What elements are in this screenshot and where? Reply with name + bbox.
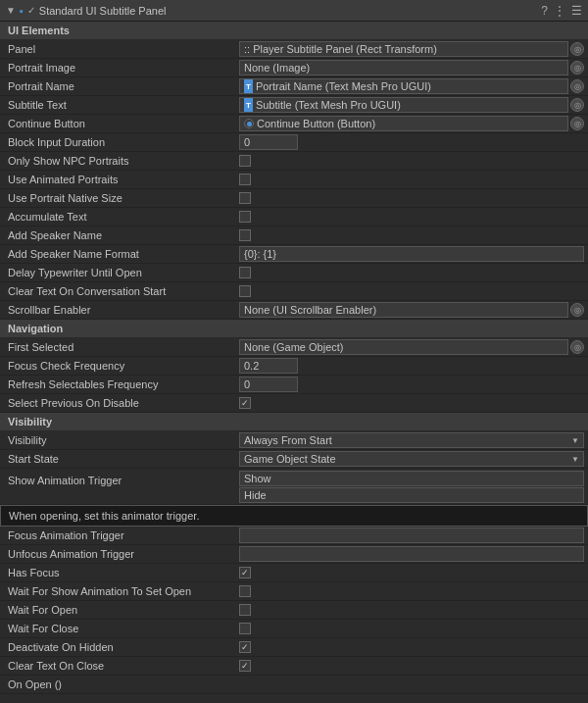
label-panel: Panel	[0, 41, 235, 57]
show-animation-hide-field[interactable]: Hide	[239, 487, 584, 503]
start-state-dropdown[interactable]: Game Object State ▼	[239, 451, 584, 467]
label-has-focus: Has Focus	[0, 565, 235, 580]
row-only-show-npc-portraits: Only Show NPC Portraits	[0, 152, 588, 171]
subtitle-text-field[interactable]: T Subtitle (Text Mesh Pro UGUI)	[239, 97, 568, 113]
clear-text-on-close-checkbox[interactable]: ✓	[239, 660, 251, 672]
label-on-open: On Open ()	[0, 677, 235, 692]
first-selected-field[interactable]: None (Game Object)	[239, 339, 568, 355]
label-select-previous-on-disable: Select Previous On Disable	[0, 395, 235, 411]
row-subtitle-text: Subtitle Text T Subtitle (Text Mesh Pro …	[0, 96, 588, 115]
show-animation-show-field[interactable]: Show	[239, 471, 584, 486]
label-wait-for-close: Wait For Close	[0, 621, 235, 636]
label-continue-button: Continue Button	[0, 116, 235, 131]
label-focus-animation-trigger: Focus Animation Trigger	[0, 527, 235, 543]
script-icon: ▪	[20, 5, 24, 17]
value-show-animation-trigger: Show Hide	[235, 471, 588, 503]
wait-for-show-animation-to-set-open-checkbox[interactable]	[239, 585, 251, 597]
visibility-dropdown-value: Always From Start	[244, 434, 332, 446]
row-has-focus: Has Focus ✓	[0, 564, 588, 582]
continue-button-radio[interactable]	[244, 119, 254, 128]
label-wait-for-open: Wait For Open	[0, 602, 235, 618]
help-icon[interactable]: ?	[541, 4, 548, 18]
clear-text-on-conversation-start-checkbox[interactable]	[239, 285, 251, 297]
use-animated-portraits-checkbox[interactable]	[239, 174, 251, 185]
row-on-open: On Open ()	[0, 676, 588, 694]
menu-icon[interactable]: ☰	[571, 4, 582, 18]
visibility-dropdown-arrow: ▼	[571, 436, 579, 445]
portrait-image-field[interactable]: None (Image)	[239, 60, 568, 75]
value-clear-text-on-conversation-start	[235, 285, 588, 297]
scrollbar-enabler-select-btn[interactable]: ◎	[570, 303, 584, 317]
wait-for-close-checkbox[interactable]	[239, 623, 251, 634]
label-block-input-duration: Block Input Duration	[0, 134, 235, 150]
label-clear-text-on-close: Clear Text On Close	[0, 658, 235, 674]
focus-animation-trigger-field[interactable]	[239, 527, 584, 543]
scrollbar-enabler-field[interactable]: None (UI Scrollbar Enabler)	[239, 302, 568, 318]
portrait-name-text: Portrait Name (Text Mesh Pro UGUI)	[256, 80, 431, 92]
title-bar-icons: ▼ ▪ ✓	[6, 5, 35, 17]
row-scrollbar-enabler: Scrollbar Enabler None (UI Scrollbar Ena…	[0, 301, 588, 320]
use-portrait-native-size-checkbox[interactable]	[239, 192, 251, 204]
continue-button-text: Continue Button (Button)	[257, 118, 375, 129]
visibility-dropdown[interactable]: Always From Start ▼	[239, 432, 584, 448]
portrait-name-field[interactable]: T Portrait Name (Text Mesh Pro UGUI)	[239, 78, 568, 94]
row-visibility: Visibility Always From Start ▼	[0, 431, 588, 450]
panel-field[interactable]: :: Player Subtitle Panel (Rect Transform…	[239, 41, 568, 57]
block-input-duration-field[interactable]: 0	[239, 134, 298, 150]
row-add-speaker-name-format: Add Speaker Name Format {0}: {1}	[0, 245, 588, 264]
value-portrait-name: T Portrait Name (Text Mesh Pro UGUI) ◎	[235, 78, 588, 94]
value-first-selected: None (Game Object) ◎	[235, 339, 588, 355]
continue-button-select-btn[interactable]: ◎	[570, 117, 584, 130]
value-start-state: Game Object State ▼	[235, 451, 588, 467]
first-selected-select-btn[interactable]: ◎	[570, 340, 584, 354]
label-start-state: Start State	[0, 451, 235, 467]
row-portrait-name: Portrait Name T Portrait Name (Text Mesh…	[0, 77, 588, 96]
subtitle-text-select-btn[interactable]: ◎	[570, 98, 584, 112]
label-show-animation-trigger: Show Animation Trigger	[0, 471, 235, 488]
accumulate-text-checkbox[interactable]	[239, 211, 251, 223]
has-focus-checkbox[interactable]: ✓	[239, 567, 251, 578]
wait-for-open-checkbox[interactable]	[239, 604, 251, 616]
label-use-portrait-native-size: Use Portrait Native Size	[0, 190, 235, 206]
delay-typewriter-until-open-checkbox[interactable]	[239, 267, 251, 278]
value-block-input-duration: 0	[235, 134, 588, 150]
add-speaker-name-checkbox[interactable]	[239, 229, 251, 241]
value-deactivate-on-hidden: ✓	[235, 641, 588, 653]
continue-button-field[interactable]: Continue Button (Button)	[239, 116, 568, 131]
row-panel: Panel :: Player Subtitle Panel (Rect Tra…	[0, 40, 588, 59]
window-title: Standard UI Subtitle Panel	[39, 5, 542, 17]
value-wait-for-open	[235, 604, 588, 616]
deactivate-on-hidden-checkbox[interactable]: ✓	[239, 641, 251, 653]
title-bar-actions: ? ⋮ ☰	[541, 4, 582, 18]
label-accumulate-text: Accumulate Text	[0, 209, 235, 225]
add-speaker-name-format-field[interactable]: {0}: {1}	[239, 246, 584, 262]
label-add-speaker-name-format: Add Speaker Name Format	[0, 246, 235, 262]
collapse-icon[interactable]: ▼	[6, 5, 16, 16]
value-focus-check-frequency: 0.2	[235, 358, 588, 374]
focus-check-frequency-field[interactable]: 0.2	[239, 358, 298, 374]
refresh-selectables-frequency-field[interactable]: 0	[239, 377, 298, 392]
label-only-show-npc-portraits: Only Show NPC Portraits	[0, 153, 235, 169]
checkbox-icon[interactable]: ✓	[27, 5, 35, 16]
subtitle-text-icon: T	[244, 98, 253, 112]
subtitle-text-value: Subtitle (Text Mesh Pro UGUI)	[256, 99, 401, 111]
value-has-focus: ✓	[235, 567, 588, 578]
only-show-npc-portraits-checkbox[interactable]	[239, 155, 251, 167]
portrait-image-select-btn[interactable]: ◎	[570, 61, 584, 75]
unfocus-animation-trigger-field[interactable]	[239, 546, 584, 562]
row-wait-for-close: Wait For Close	[0, 620, 588, 638]
row-delay-typewriter-until-open: Delay Typewriter Until Open	[0, 264, 588, 282]
settings-icon[interactable]: ⋮	[554, 4, 565, 18]
row-continue-button: Continue Button Continue Button (Button)…	[0, 115, 588, 133]
panel-select-btn[interactable]: ◎	[570, 42, 584, 56]
value-refresh-selectables-frequency: 0	[235, 377, 588, 392]
portrait-name-icon: T	[244, 79, 253, 93]
portrait-name-select-btn[interactable]: ◎	[570, 79, 584, 93]
title-bar: ▼ ▪ ✓ Standard UI Subtitle Panel ? ⋮ ☰	[0, 0, 588, 22]
value-scrollbar-enabler: None (UI Scrollbar Enabler) ◎	[235, 302, 588, 318]
value-unfocus-animation-trigger	[235, 546, 588, 562]
label-wait-for-show-animation-to-set-open: Wait For Show Animation To Set Open	[0, 583, 235, 599]
section-ui-elements: UI Elements	[0, 22, 588, 40]
row-unfocus-animation-trigger: Unfocus Animation Trigger	[0, 545, 588, 564]
select-previous-on-disable-checkbox[interactable]: ✓	[239, 397, 251, 409]
